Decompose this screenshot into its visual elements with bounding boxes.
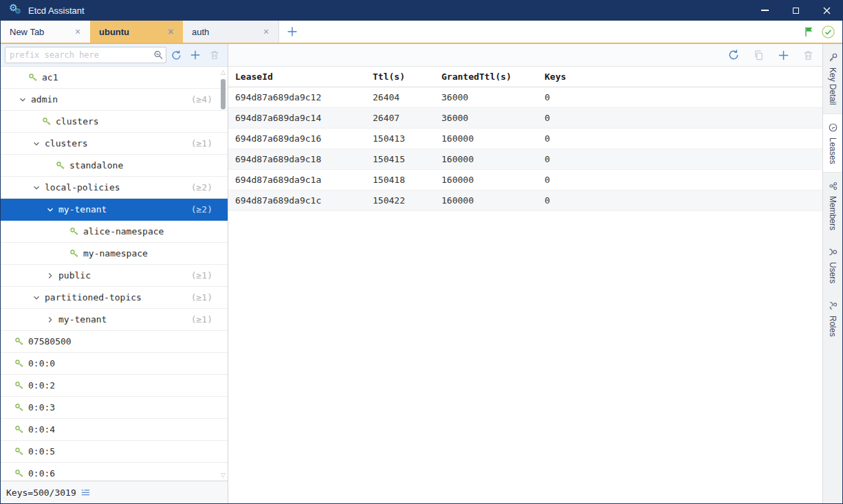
- tree-item-count: (≥2): [191, 204, 212, 215]
- tab-ubuntu[interactable]: ubuntu×: [90, 21, 183, 43]
- table-row[interactable]: 694d87a689da9c1c1504221600000: [228, 190, 822, 211]
- key-icon: [14, 447, 24, 457]
- tree-item-07580500[interactable]: 07580500: [1, 331, 228, 353]
- tree-item-0:0:3[interactable]: 0:0:3: [1, 397, 228, 419]
- tab-new-tab[interactable]: New Tab×: [1, 21, 90, 43]
- tree-item-public[interactable]: public(≥1): [1, 265, 228, 287]
- scroll-up-icon[interactable]: △: [219, 69, 228, 76]
- table-row[interactable]: 694d87a689da9c1a1504181600000: [228, 170, 822, 190]
- tree-item-clusters[interactable]: clusters: [1, 111, 228, 133]
- tree-item-label: my-tenant: [58, 314, 107, 325]
- app-window: ⚙ ⚙ Etcd Assistant New Tab×ubuntu×auth×: [0, 0, 843, 504]
- table-row[interactable]: 694d87a689da9c1426407360000: [228, 108, 822, 129]
- tab-list: New Tab×ubuntu×auth×: [1, 21, 279, 43]
- table-cell: 160000: [435, 133, 538, 144]
- tree-item-label: admin: [31, 94, 58, 105]
- table-cell: 26407: [366, 113, 435, 123]
- tree-item-my-tenant[interactable]: my-tenant(≥2): [1, 199, 228, 221]
- tree-item-label: 0:0:4: [28, 424, 55, 435]
- right-tab-leases[interactable]: Leases: [823, 113, 842, 173]
- right-tab-members[interactable]: Members: [823, 173, 842, 239]
- refresh-tree-button[interactable]: [168, 46, 186, 64]
- sidebar-status-bar: Keys=500/3019: [1, 481, 228, 503]
- delete-key-button[interactable]: [206, 46, 223, 64]
- tab-close-icon[interactable]: ×: [72, 26, 83, 37]
- copy-lease-button[interactable]: [749, 46, 767, 64]
- tree-item-label: clusters: [45, 138, 88, 149]
- key-tree: ac1admin(≥4)clustersclusters(≥1)standalo…: [1, 67, 228, 481]
- new-tab-button[interactable]: [279, 21, 305, 43]
- table-row[interactable]: 694d87a689da9c161504131600000: [228, 129, 822, 149]
- tree-item-0:0:4[interactable]: 0:0:4: [1, 419, 228, 441]
- right-tab-users[interactable]: Users: [823, 239, 842, 292]
- tree-item-ac1[interactable]: ac1: [1, 67, 228, 89]
- table-cell: 0: [538, 175, 822, 185]
- right-tab-label: Users: [828, 262, 837, 283]
- minimize-button[interactable]: [749, 0, 780, 21]
- chevron-down-icon[interactable]: [19, 96, 27, 104]
- tree-item-count: (≥1): [191, 292, 212, 303]
- titlebar: ⚙ ⚙ Etcd Assistant: [1, 0, 842, 21]
- chevron-right-icon[interactable]: [46, 272, 54, 280]
- refresh-leases-button[interactable]: [725, 46, 743, 64]
- tab-close-icon[interactable]: ×: [165, 26, 176, 37]
- tree-item-0:0:0[interactable]: 0:0:0: [1, 353, 228, 375]
- tree-item-label: public: [58, 270, 91, 281]
- scroll-down-icon[interactable]: ▽: [219, 472, 228, 479]
- tree-item-my-namespace[interactable]: my-namespace: [1, 243, 228, 265]
- chevron-down-icon[interactable]: [32, 184, 41, 192]
- search-icon[interactable]: [153, 50, 164, 61]
- right-tab-roles[interactable]: Roles: [823, 292, 842, 345]
- tree-item-my-tenant[interactable]: my-tenant(≥1): [1, 309, 228, 331]
- tree-item-clusters[interactable]: clusters(≥1): [1, 133, 228, 155]
- tab-close-icon[interactable]: ×: [261, 26, 272, 37]
- keys-count-label: Keys=500/3019: [6, 487, 76, 498]
- flag-icon[interactable]: [804, 26, 814, 37]
- chevron-right-icon[interactable]: [46, 316, 54, 324]
- tree-item-admin[interactable]: admin(≥4): [1, 89, 228, 111]
- tree-scrollbar[interactable]: △ ▽: [219, 67, 228, 481]
- prefix-search-input[interactable]: [5, 47, 166, 63]
- table-cell: 160000: [435, 195, 538, 206]
- delete-lease-button[interactable]: [799, 46, 817, 64]
- tree-item-0:0:2[interactable]: 0:0:2: [1, 375, 228, 397]
- right-tab-label: Roles: [828, 316, 837, 337]
- table-cell: 150413: [366, 133, 435, 144]
- scrollbar-thumb[interactable]: [221, 79, 226, 109]
- tree-item-label: my-namespace: [83, 248, 148, 259]
- key-icon: [14, 469, 24, 479]
- table-row[interactable]: 694d87a689da9c181504151600000: [228, 149, 822, 170]
- maximize-button[interactable]: [780, 0, 811, 21]
- tree-item-local-policies[interactable]: local-policies(≥2): [1, 177, 228, 199]
- tree-item-label: ac1: [42, 72, 58, 83]
- tree-item-0:0:6[interactable]: 0:0:6: [1, 463, 228, 481]
- tree-item-alice-namespace[interactable]: alice-namespace: [1, 221, 228, 243]
- chevron-down-icon[interactable]: [32, 140, 41, 148]
- connection-ok-icon[interactable]: [821, 25, 835, 39]
- table-cell: 694d87a689da9c14: [228, 113, 366, 123]
- lease-panel: LeaseIdTtl(s)GrantedTtl(s)Keys694d87a689…: [228, 44, 822, 503]
- table-cell: 150415: [366, 154, 435, 164]
- table-cell: 694d87a689da9c1a: [228, 175, 366, 185]
- tree-item-standalone[interactable]: standalone: [1, 155, 228, 177]
- key-icon: [56, 161, 65, 171]
- tree-item-label: local-policies: [45, 182, 120, 193]
- chevron-down-icon[interactable]: [46, 206, 54, 214]
- key-icon: [69, 249, 79, 259]
- add-key-button[interactable]: [187, 46, 205, 64]
- right-tab-key-detail[interactable]: Key Detail: [823, 44, 842, 113]
- tab-auth[interactable]: auth×: [183, 21, 279, 43]
- key-icon: [28, 73, 38, 83]
- tree-item-partitioned-topics[interactable]: partitioned-topics(≥1): [1, 287, 228, 309]
- plus-icon: [287, 26, 298, 37]
- key-list-mode-icon[interactable]: [80, 487, 91, 498]
- key-icon: [69, 227, 79, 237]
- tree-item-0:0:5[interactable]: 0:0:5: [1, 441, 228, 463]
- chevron-down-icon[interactable]: [32, 294, 41, 302]
- tree-item-label: 0:0:3: [28, 402, 55, 413]
- add-lease-button[interactable]: [774, 46, 792, 64]
- close-button[interactable]: [811, 0, 842, 21]
- table-header-row: LeaseIdTtl(s)GrantedTtl(s)Keys: [228, 67, 822, 87]
- right-tab-label: Leases: [828, 138, 837, 164]
- table-row[interactable]: 694d87a689da9c1226404360000: [228, 87, 822, 108]
